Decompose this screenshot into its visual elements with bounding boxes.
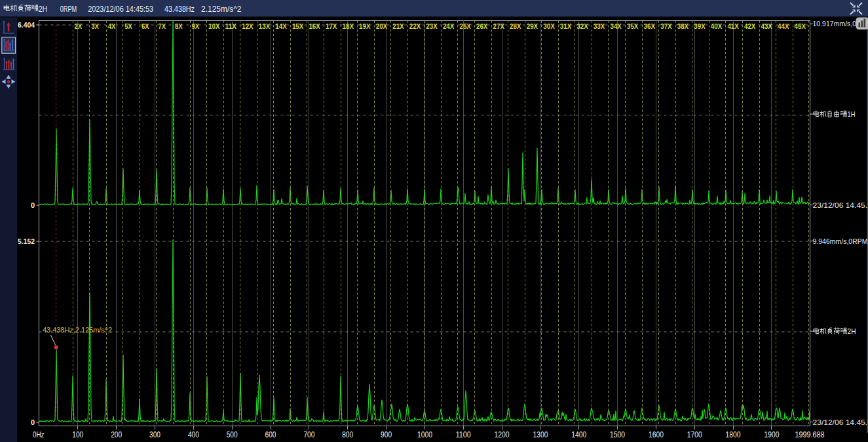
svg-text:1999.688: 1999.688 xyxy=(795,430,825,439)
svg-text:44X: 44X xyxy=(778,22,789,30)
svg-text:1H: 1H xyxy=(848,110,856,118)
svg-text:2.125m/s^2: 2.125m/s^2 xyxy=(201,5,242,14)
svg-text:1800: 1800 xyxy=(726,430,741,439)
svg-text:1100: 1100 xyxy=(456,430,471,439)
svg-text:11X: 11X xyxy=(225,22,236,30)
svg-text:18X: 18X xyxy=(343,22,354,30)
svg-text:0Hz: 0Hz xyxy=(33,430,45,439)
svg-text:2023/12/06 14:45:53: 2023/12/06 14:45:53 xyxy=(88,5,153,14)
svg-text:25X: 25X xyxy=(460,22,471,30)
svg-text:1700: 1700 xyxy=(687,430,702,439)
svg-text:43.438Hz,2.125m/s^2: 43.438Hz,2.125m/s^2 xyxy=(43,326,112,334)
svg-text:800: 800 xyxy=(342,430,353,439)
svg-text:43.438Hz: 43.438Hz xyxy=(164,5,195,14)
svg-text:7X: 7X xyxy=(158,22,166,30)
svg-text:100: 100 xyxy=(72,430,83,439)
svg-text:20X: 20X xyxy=(376,22,387,30)
svg-text:16X: 16X xyxy=(309,22,320,30)
svg-text:10X: 10X xyxy=(208,22,219,30)
svg-text:1200: 1200 xyxy=(495,430,510,439)
svg-text:23X: 23X xyxy=(426,22,437,30)
svg-text:30X: 30X xyxy=(543,22,554,30)
svg-text:1900: 1900 xyxy=(764,430,779,439)
svg-text:41X: 41X xyxy=(727,22,738,30)
svg-text:300: 300 xyxy=(149,430,160,439)
svg-text:43X: 43X xyxy=(761,22,772,30)
svg-text:3X: 3X xyxy=(91,22,99,30)
svg-text:0RPM: 0RPM xyxy=(60,5,77,14)
svg-text:37X: 37X xyxy=(660,22,671,30)
svg-text:45X: 45X xyxy=(795,22,806,30)
svg-text:600: 600 xyxy=(265,430,276,439)
svg-text:1300: 1300 xyxy=(533,430,548,439)
svg-text:6X: 6X xyxy=(142,22,149,30)
svg-text:4X: 4X xyxy=(108,22,116,30)
svg-text:39X: 39X xyxy=(694,22,705,30)
svg-text:24X: 24X xyxy=(443,22,454,30)
svg-text:9.946mm/s,0RPM: 9.946mm/s,0RPM xyxy=(813,237,868,245)
svg-text:34X: 34X xyxy=(611,22,622,30)
svg-text:38X: 38X xyxy=(677,22,689,30)
svg-text:0: 0 xyxy=(31,418,35,426)
svg-text:5X: 5X xyxy=(124,22,132,30)
svg-text:1500: 1500 xyxy=(610,430,625,439)
svg-text:28X: 28X xyxy=(510,22,521,30)
svg-text:32X: 32X xyxy=(576,22,588,30)
svg-text:1400: 1400 xyxy=(571,430,586,439)
svg-text:23/12/06 14.45.53: 23/12/06 14.45.53 xyxy=(813,201,868,209)
svg-text:9X: 9X xyxy=(192,22,200,30)
svg-text:26X: 26X xyxy=(476,22,487,30)
svg-text:35X: 35X xyxy=(627,22,638,30)
svg-text:700: 700 xyxy=(303,430,314,439)
svg-text:13X: 13X xyxy=(259,22,270,30)
svg-text:400: 400 xyxy=(188,430,199,439)
svg-text:27X: 27X xyxy=(493,22,504,30)
svg-text:12X: 12X xyxy=(242,22,253,30)
svg-text:19X: 19X xyxy=(359,22,370,30)
svg-text:42X: 42X xyxy=(744,22,755,30)
svg-text:200: 200 xyxy=(111,430,122,439)
svg-text:6.404: 6.404 xyxy=(18,21,35,29)
svg-text:14X: 14X xyxy=(275,22,286,30)
svg-text:22X: 22X xyxy=(409,22,421,30)
svg-text:2H: 2H xyxy=(39,5,47,14)
svg-text:31X: 31X xyxy=(560,22,571,30)
svg-text:0: 0 xyxy=(31,201,35,209)
svg-text:15X: 15X xyxy=(292,22,303,30)
svg-text:33X: 33X xyxy=(594,22,605,30)
svg-text:1000: 1000 xyxy=(417,430,432,439)
svg-text:500: 500 xyxy=(227,430,238,439)
svg-text:1600: 1600 xyxy=(649,430,664,439)
svg-text:29X: 29X xyxy=(527,22,538,30)
svg-text:40X: 40X xyxy=(711,22,722,30)
svg-text:21X: 21X xyxy=(392,22,404,30)
svg-text:900: 900 xyxy=(381,430,392,439)
svg-text:2H: 2H xyxy=(848,327,856,335)
svg-text:36X: 36X xyxy=(644,22,655,30)
svg-text:17X: 17X xyxy=(326,22,337,30)
svg-text:23/12/06 14.45.53: 23/12/06 14.45.53 xyxy=(813,418,868,426)
svg-text:2X: 2X xyxy=(75,22,83,30)
svg-text:8X: 8X xyxy=(175,22,183,30)
svg-text:5.152: 5.152 xyxy=(18,237,35,245)
